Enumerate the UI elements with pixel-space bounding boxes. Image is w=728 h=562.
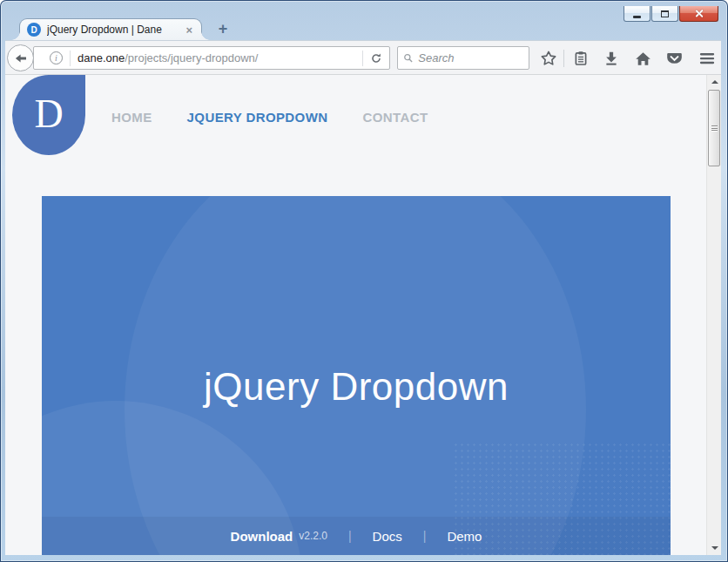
tab-close-icon[interactable]: × [184,24,194,36]
downloads-button[interactable] [601,48,622,69]
browser-window: D jQuery Dropdown | Dane × + i dane.one/… [0,0,728,562]
url-host: dane.one [78,51,125,64]
hero-links-bar: Download v2.2.0 | Docs | Demo [42,517,671,555]
site-navigation: HOME JQUERY DROPDOWN CONTACT [111,110,462,125]
hamburger-menu-icon [698,50,716,67]
window-controls [623,6,718,22]
home-button[interactable] [632,48,653,69]
browser-tab[interactable]: D jQuery Dropdown | Dane × [19,18,202,40]
scroll-up-icon [711,80,718,84]
nav-link-home[interactable]: HOME [111,110,152,125]
links-separator: | [348,529,352,543]
page-viewport: D HOME JQUERY DROPDOWN CONTACT jQuery Dr… [5,75,721,555]
toolbar-divider [563,50,564,67]
close-button[interactable] [679,6,718,22]
url-path: /projects/jquery-dropdown/ [125,51,258,64]
download-arrow-icon [603,51,619,66]
site-logo-letter: D [34,94,63,134]
back-arrow-icon [14,51,28,65]
maximize-button[interactable] [651,6,678,22]
demo-link[interactable]: Demo [447,529,482,544]
pocket-icon [666,51,683,67]
scroll-down-icon [711,546,718,550]
page-info-icon[interactable]: i [50,51,63,64]
site-logo[interactable]: D [12,75,85,155]
new-tab-button[interactable]: + [212,20,233,37]
url-separator [70,51,71,66]
minimize-button[interactable] [624,6,650,22]
hero-title: jQuery Dropdown [42,365,671,409]
page-scrollbar[interactable] [706,75,721,555]
bookmark-star-button[interactable] [538,48,559,69]
menu-button[interactable] [697,48,718,69]
download-link[interactable]: Download [231,529,293,544]
reload-icon [370,52,382,64]
back-button[interactable] [7,44,34,71]
minimize-icon [633,16,641,18]
search-input[interactable] [418,51,523,64]
clipboard-icon [573,51,589,66]
reload-button[interactable] [362,51,389,66]
search-icon [403,52,414,64]
scroll-down-button[interactable] [707,541,721,555]
pocket-button[interactable] [664,48,684,69]
scrollbar-grip [711,125,718,132]
url-bar[interactable]: i dane.one/projects/jquery-dropdown/ [33,46,390,70]
version-label: v2.2.0 [299,530,327,542]
tab-favicon: D [27,23,41,37]
tab-title: jQuery Dropdown | Dane [47,24,184,36]
hero-banner: jQuery Dropdown Download v2.2.0 | Docs |… [42,196,671,555]
url-text[interactable]: dane.one/projects/jquery-dropdown/ [78,51,362,64]
docs-link[interactable]: Docs [373,529,402,544]
star-icon [540,50,557,67]
links-separator: | [423,529,427,543]
scroll-up-button[interactable] [707,75,721,89]
web-page: D HOME JQUERY DROPDOWN CONTACT jQuery Dr… [5,75,706,555]
scrollbar-thumb[interactable] [708,90,720,166]
home-icon [635,51,651,67]
search-box[interactable] [397,46,529,70]
bookmarks-menu-button[interactable] [570,48,591,69]
maximize-icon [661,10,669,17]
nav-link-jquery-dropdown[interactable]: JQUERY DROPDOWN [187,110,328,125]
close-icon [694,9,704,18]
nav-link-contact[interactable]: CONTACT [362,110,428,125]
